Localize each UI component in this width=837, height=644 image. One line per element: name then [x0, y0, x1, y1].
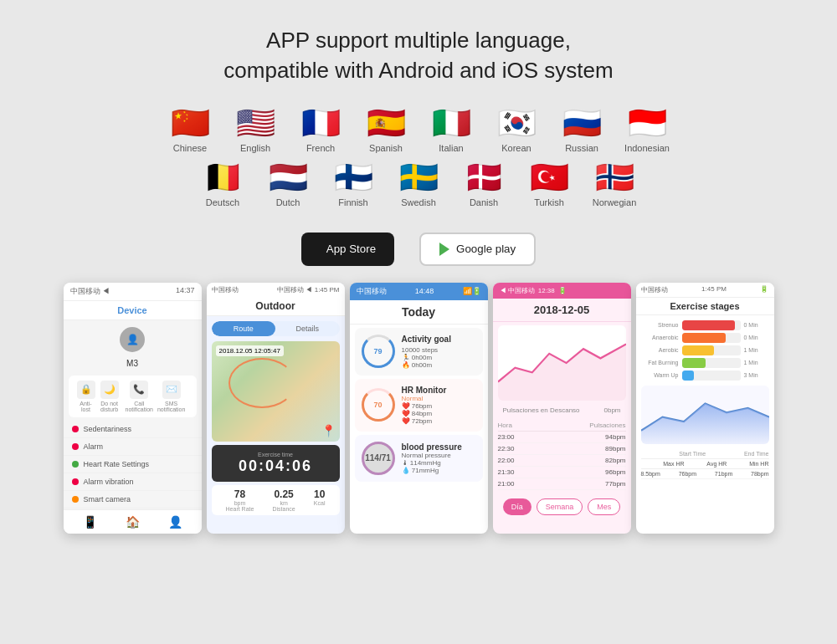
header-section: APP support multiple language, compatibl… — [207, 0, 629, 95]
bar-anaerobic: Anaerobic 0 Min — [641, 333, 769, 343]
sms-notif-icon-item: ✉️ SMS notification — [155, 381, 188, 412]
list-item-heartrate: Heart Rate Settings — [64, 456, 202, 473]
hr-row-2: 22:00 82bpm — [498, 455, 626, 467]
flag-deutsch: 🇧🇪 Deutsch — [198, 161, 248, 207]
screen-exercise-stages: 中国移动 1:45 PM 🔋 Exercise stages Strenuo 0… — [636, 283, 774, 534]
dot-red3 — [72, 478, 79, 485]
period-buttons: Día Semana Mes — [493, 493, 631, 520]
dnd-icon: 🌙 — [100, 381, 119, 399]
home-tab-icon[interactable]: 🏠 — [126, 515, 140, 529]
play-icon — [439, 243, 449, 256]
flag-chinese: 🇨🇳 Chinese — [165, 107, 215, 153]
bar-strenuo: Strenuo 0 Min — [641, 320, 769, 330]
googleplay-button[interactable]: Google play — [419, 233, 536, 266]
flag-spanish: 🇪🇸 Spanish — [361, 107, 411, 153]
hr-chart — [498, 325, 626, 401]
hr-row-4: 21:00 77bpm — [498, 478, 626, 490]
screen-today: 中国移动 14:48 📶🔋 Today 79 Activity goal 100… — [350, 283, 488, 534]
flag-finnish: 🇫🇮 Finnish — [328, 161, 378, 207]
hr-stat: 78 bpm Heart Rate — [226, 488, 254, 512]
dot-orange — [72, 496, 79, 503]
screen2-tabs: Route Details — [212, 321, 340, 336]
dia-button[interactable]: Día — [503, 498, 531, 515]
flag-indonesian: 🇮🇩 Indonesian — [622, 107, 672, 153]
avatar: 👤 — [120, 327, 145, 352]
list-item-camera: Smart camera — [64, 491, 202, 509]
map-pin: 📍 — [321, 424, 336, 437]
list-item-sedentariness: Sedentariness — [64, 421, 202, 438]
flags-row-1: 🇨🇳 Chinese 🇺🇸 English 🇫🇷 French 🇪🇸 Spani… — [165, 107, 672, 153]
flag-turkish: 🇹🇷 Turkish — [524, 161, 574, 207]
hr-row-0: 23:00 94bpm — [498, 432, 626, 443]
screen4-date: 2018-12-05 — [493, 299, 631, 322]
device-name: M3 — [64, 359, 202, 372]
call-icon: 📞 — [130, 381, 148, 399]
store-buttons: App Store Google play — [301, 233, 536, 266]
anti-lost-icon: 🔒 — [77, 381, 95, 399]
dnd-icon-item: 🌙 Do not disturb — [95, 381, 124, 412]
hr-table-header: Max HR Avg HR Min HR — [641, 459, 769, 469]
avatar-area: 👤 — [64, 320, 202, 359]
kcal-stat: 10 Kcal — [314, 488, 326, 512]
flags-section: 🇨🇳 Chinese 🇺🇸 English 🇫🇷 French 🇪🇸 Spani… — [165, 107, 672, 207]
map-area: 2018.12.05 12:05:47 📍 — [212, 341, 340, 442]
call-notif-icon-item: 📞 Call notification — [124, 381, 155, 412]
flags-row-2: 🇧🇪 Deutsch 🇳🇱 Dutch 🇫🇮 Finnish 🇸🇪 Swedis… — [198, 161, 639, 207]
steps-progress: 79 — [362, 335, 395, 368]
bp-value: 114/71 — [362, 442, 395, 475]
hr-table-header: Hora Pulsaciones — [498, 420, 626, 432]
flag-italian: 🇮🇹 Italian — [426, 107, 476, 153]
dot-green — [72, 461, 79, 468]
list-item-alarm: Alarm — [64, 438, 202, 456]
screen1-title: Device — [64, 301, 202, 320]
screen1-status: 中国移动 ◀ 14:37 — [64, 283, 202, 301]
today-title: Today — [350, 300, 488, 325]
screen-hr-chart: ◀ 中国移动 12:38 🔋 2018-12-05 Pulsaciones en… — [493, 283, 631, 534]
exercise-bars: Strenuo 0 Min Anaerobic 0 Min Aerobic 1 … — [641, 320, 769, 381]
flag-norwegian: 🇳🇴 Norwegian — [589, 161, 639, 207]
main-title: APP support multiple language, compatibl… — [223, 25, 613, 86]
hr-row-1: 22:30 89bpm — [498, 443, 626, 455]
time-table: Start Time End Time Max HR Avg HR Min HR… — [641, 449, 769, 479]
hr-resting-bar: Pulsaciones en Descanso 0bpm — [496, 404, 628, 417]
googleplay-label: Google play — [456, 243, 516, 255]
route-tab[interactable]: Route — [212, 321, 276, 336]
hr-monitor-card: 70 HR Monitor Normal ❤️ 76bpm ❤️ 84bpm ❤… — [355, 379, 483, 432]
dot-red — [72, 426, 79, 432]
mes-button[interactable]: Mes — [588, 498, 620, 515]
hr-table: Hora Pulsaciones 23:00 94bpm 22:30 89bpm… — [498, 420, 626, 490]
exercise-timer: Exercise time 00:04:06 — [212, 445, 340, 482]
screen4-status: ◀ 中国移动 12:38 🔋 — [493, 283, 631, 299]
flag-russian: 🇷🇺 Russian — [557, 107, 607, 153]
details-tab[interactable]: Details — [275, 321, 340, 336]
screen3-status: 中国移动 14:48 📶🔋 — [350, 283, 488, 300]
flag-swedish: 🇸🇪 Swedish — [393, 161, 444, 207]
appstore-button[interactable]: App Store — [301, 233, 394, 266]
screen2-status: 中国移动 中国移动 ◀ 1:45 PM — [207, 283, 345, 297]
dot-red2 — [72, 443, 79, 450]
flag-danish: 🇩🇰 Danish — [459, 161, 509, 207]
person-tab-icon[interactable]: 👤 — [168, 515, 182, 529]
screen2-title: Outdoor — [207, 297, 345, 316]
anti-lost-icon-item: 🔒 Anti-lost — [77, 381, 95, 412]
appstore-label: App Store — [326, 243, 376, 255]
time-table-header: Start Time End Time — [641, 449, 769, 459]
semana-button[interactable]: Semana — [537, 498, 583, 515]
screen-outdoor: 中国移动 中国移动 ◀ 1:45 PM Outdoor Route Detail… — [207, 283, 345, 534]
bp-card: 114/71 blood pressure Normal pressure 🌡 … — [355, 435, 483, 482]
bar-aerobic: Aerobic 1 Min — [641, 345, 769, 355]
exercise-stats: 78 bpm Heart Rate 0.25 km Distance 10 Kc… — [212, 485, 340, 515]
screenshots-section: 中国移动 ◀ 14:37 Device 👤 M3 🔒 Anti-lost 🌙 D… — [0, 283, 837, 534]
area-chart — [641, 386, 769, 444]
device-tab-icon[interactable]: 📱 — [83, 515, 97, 529]
bar-fat-burning: Fat Burning 1 Min — [641, 358, 769, 368]
bar-warmup: Warm Up 3 Min — [641, 371, 769, 381]
dist-stat: 0.25 km Distance — [273, 488, 295, 512]
flag-french: 🇫🇷 French — [295, 107, 346, 153]
sms-icon: ✉️ — [162, 381, 181, 399]
map-route — [229, 358, 295, 408]
hr-row-3: 21:30 96bpm — [498, 467, 626, 478]
flag-dutch: 🇳🇱 Dutch — [263, 161, 313, 207]
flag-english: 🇺🇸 English — [230, 107, 280, 153]
list-item-vibration: Alarm vibration — [64, 473, 202, 491]
